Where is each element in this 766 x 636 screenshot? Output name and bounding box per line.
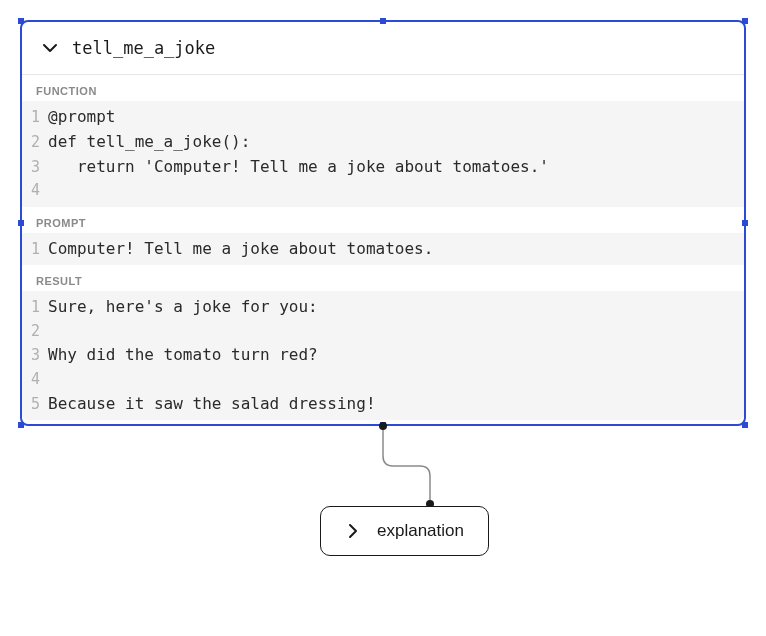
selection-handle[interactable] — [18, 220, 24, 226]
code-line: 3 return 'Computer! Tell me a joke about… — [22, 155, 744, 180]
code-block-function: 1@prompt 2def tell_me_a_joke(): 3 return… — [22, 101, 744, 207]
code-content: return 'Computer! Tell me a joke about t… — [48, 155, 549, 180]
explanation-card[interactable]: explanation — [320, 506, 489, 556]
explanation-title: explanation — [377, 521, 464, 541]
code-line: 2def tell_me_a_joke(): — [22, 130, 744, 155]
code-content: Why did the tomato turn red? — [48, 343, 318, 368]
code-line: 4 — [22, 368, 744, 391]
section-label-prompt: PROMPT — [22, 207, 744, 233]
section-label-function: FUNCTION — [22, 75, 744, 101]
line-number: 2 — [22, 320, 48, 343]
code-content: @prompt — [48, 105, 115, 130]
code-line: 4 — [22, 179, 744, 202]
selection-handle[interactable] — [742, 18, 748, 24]
code-line: 2 — [22, 320, 744, 343]
line-number: 1 — [22, 238, 48, 261]
code-content: Because it saw the salad dressing! — [48, 392, 376, 417]
code-content: Computer! Tell me a joke about tomatoes. — [48, 237, 433, 262]
card-title: tell_me_a_joke — [72, 38, 215, 58]
code-line: 1Sure, here's a joke for you: — [22, 295, 744, 320]
selection-handle[interactable] — [18, 18, 24, 24]
card-header[interactable]: tell_me_a_joke — [22, 22, 744, 75]
code-content: def tell_me_a_joke(): — [48, 130, 250, 155]
line-number: 3 — [22, 344, 48, 367]
code-line: 5Because it saw the salad dressing! — [22, 392, 744, 417]
code-block-result: 1Sure, here's a joke for you: 2 3Why did… — [22, 291, 744, 420]
selection-handle[interactable] — [380, 18, 386, 24]
line-number: 1 — [22, 296, 48, 319]
line-number: 4 — [22, 179, 48, 202]
line-number: 2 — [22, 131, 48, 154]
line-number: 1 — [22, 106, 48, 129]
svg-point-0 — [379, 422, 387, 430]
section-label-result: RESULT — [22, 265, 744, 291]
code-line: 3Why did the tomato turn red? — [22, 343, 744, 368]
line-number: 3 — [22, 156, 48, 179]
code-content: Sure, here's a joke for you: — [48, 295, 318, 320]
code-block-prompt: 1Computer! Tell me a joke about tomatoes… — [22, 233, 744, 266]
code-line: 1@prompt — [22, 105, 744, 130]
line-number: 5 — [22, 393, 48, 416]
chevron-down-icon[interactable] — [42, 40, 58, 56]
chevron-right-icon[interactable] — [345, 523, 361, 539]
joke-card[interactable]: tell_me_a_joke FUNCTION 1@prompt 2def te… — [20, 20, 746, 426]
card-body: FUNCTION 1@prompt 2def tell_me_a_joke():… — [22, 75, 744, 424]
line-number: 4 — [22, 368, 48, 391]
code-line: 1Computer! Tell me a joke about tomatoes… — [22, 237, 744, 262]
selection-handle[interactable] — [742, 220, 748, 226]
connector-area: explanation — [20, 426, 746, 551]
